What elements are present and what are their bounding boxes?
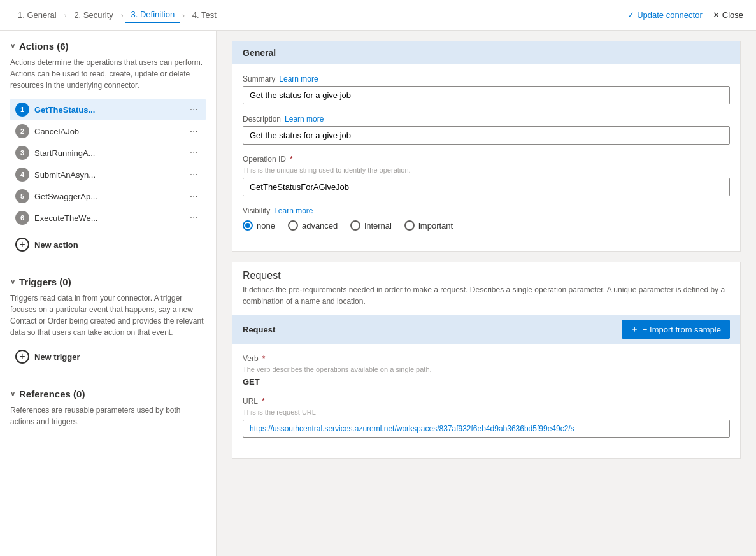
visibility-advanced-label: advanced xyxy=(302,221,338,231)
action-num-2: 2 xyxy=(15,124,29,138)
divider-1 xyxy=(0,271,216,271)
triggers-section-header[interactable]: ∨ Triggers (0) xyxy=(10,276,206,287)
plus-circle-trigger-icon: + xyxy=(15,350,29,364)
radio-none-circle xyxy=(243,220,253,231)
nav-steps: 1. General › 2. Security › 3. Definition… xyxy=(13,7,222,23)
action-name-3: StartRunningA... xyxy=(34,148,95,158)
triggers-section: ∨ Triggers (0) Triggers read data in fro… xyxy=(0,276,216,378)
actions-section: ∨ Actions (6) Actions determine the oper… xyxy=(0,41,216,266)
references-description: References are reusable parameters used … xyxy=(10,404,206,427)
action-num-5: 5 xyxy=(15,189,29,203)
new-trigger-button[interactable]: + New trigger xyxy=(10,346,206,367)
close-icon: ✕ xyxy=(713,10,720,20)
nav-step-general[interactable]: 1. General xyxy=(13,8,62,22)
action-num-1: 1 xyxy=(15,103,29,117)
visibility-field-group: Visibility Learn more none advanced xyxy=(243,206,730,231)
verb-hint: The verb describes the operations availa… xyxy=(243,366,730,373)
general-card-header: General xyxy=(232,41,740,64)
verb-value: GET xyxy=(243,377,730,387)
operation-id-input[interactable] xyxy=(243,178,730,196)
new-action-button[interactable]: + New action xyxy=(10,234,206,255)
plus-icon: ＋ xyxy=(631,324,639,335)
summary-label: Summary Learn more xyxy=(243,75,730,83)
general-card: General Summary Learn more Description L… xyxy=(232,41,741,252)
description-label: Description Learn more xyxy=(243,115,730,124)
nav-actions: ✓ Update connector ✕ Close xyxy=(627,10,743,20)
url-required: * xyxy=(262,397,265,406)
action-more-5[interactable]: ··· xyxy=(187,190,201,202)
request-fields: Verb * The verb describes the operations… xyxy=(232,344,740,458)
chevron-icon-1: › xyxy=(64,11,67,19)
actions-section-header[interactable]: ∨ Actions (6) xyxy=(10,41,206,52)
general-card-body: Summary Learn more Description Learn mor… xyxy=(232,64,740,251)
visibility-advanced-option[interactable]: advanced xyxy=(288,220,338,231)
verb-required: * xyxy=(262,354,266,363)
action-more-4[interactable]: ··· xyxy=(187,169,201,180)
chevron-icon-2: › xyxy=(121,11,124,19)
visibility-learn-more-link[interactable]: Learn more xyxy=(274,206,313,215)
request-table-header: Request ＋ + Import from sample xyxy=(232,315,740,344)
action-name-5: GetSwaggerAp... xyxy=(34,192,97,201)
triggers-description: Triggers read data in from your connecto… xyxy=(10,292,206,338)
action-more-6[interactable]: ··· xyxy=(187,212,201,224)
action-num-3: 3 xyxy=(15,146,29,160)
radio-advanced-circle xyxy=(288,220,298,231)
url-hint: This is the request URL xyxy=(243,408,730,416)
verb-label: Verb * xyxy=(243,354,730,363)
visibility-radio-group: none advanced internal important xyxy=(243,220,730,231)
url-label: URL * xyxy=(243,397,730,406)
divider-2 xyxy=(0,383,216,383)
actions-chevron-icon: ∨ xyxy=(10,42,15,50)
request-table-label: Request xyxy=(243,325,275,334)
summary-learn-more-link[interactable]: Learn more xyxy=(279,75,318,83)
action-name-2: CancelAJob xyxy=(34,127,79,136)
references-section-header[interactable]: ∨ References (0) xyxy=(10,388,206,399)
visibility-internal-label: internal xyxy=(364,221,392,231)
visibility-important-option[interactable]: important xyxy=(404,220,453,231)
action-name-1: GetTheStatus... xyxy=(34,105,95,115)
nav-step-security[interactable]: 2. Security xyxy=(69,8,118,22)
action-item-5[interactable]: 5 GetSwaggerAp... ··· xyxy=(10,185,206,207)
summary-field-group: Summary Learn more xyxy=(243,75,730,104)
visibility-none-label: none xyxy=(257,221,275,231)
references-chevron-icon: ∨ xyxy=(10,390,15,398)
request-description: It defines the pre-requirements needed i… xyxy=(232,284,740,315)
main-layout: ∨ Actions (6) Actions determine the oper… xyxy=(0,31,756,556)
references-section: ∨ References (0) References are reusable… xyxy=(0,388,216,445)
close-button[interactable]: ✕ Close xyxy=(713,10,743,20)
visibility-internal-option[interactable]: internal xyxy=(350,220,392,231)
chevron-icon-3: › xyxy=(182,11,185,19)
update-connector-button[interactable]: ✓ Update connector xyxy=(627,10,703,20)
nav-step-test[interactable]: 4. Test xyxy=(187,8,222,22)
action-item-3[interactable]: 3 StartRunningA... ··· xyxy=(10,142,206,164)
action-name-4: SubmitAnAsyn... xyxy=(34,170,96,180)
action-num-4: 4 xyxy=(15,168,29,182)
action-item-6[interactable]: 6 ExecuteTheWe... ··· xyxy=(10,207,206,229)
actions-description: Actions determine the operations that us… xyxy=(10,57,206,91)
action-name-6: ExecuteTheWe... xyxy=(34,213,97,223)
import-from-sample-button[interactable]: ＋ + Import from sample xyxy=(622,320,730,339)
operation-id-field-group: Operation ID * This is the unique string… xyxy=(243,155,730,196)
import-button-label: + Import from sample xyxy=(643,325,721,334)
visibility-none-option[interactable]: none xyxy=(243,220,275,231)
plus-circle-icon: + xyxy=(15,238,29,252)
action-more-2[interactable]: ··· xyxy=(187,125,201,137)
sidebar: ∨ Actions (6) Actions determine the oper… xyxy=(0,31,217,556)
operation-id-hint: This is the unique string used to identi… xyxy=(243,166,730,174)
action-item-1[interactable]: 1 GetTheStatus... ··· xyxy=(10,99,206,120)
action-item-2[interactable]: 2 CancelAJob ··· xyxy=(10,120,206,142)
action-more-3[interactable]: ··· xyxy=(187,147,201,159)
action-item-4[interactable]: 4 SubmitAnAsyn... ··· xyxy=(10,164,206,185)
description-field-group: Description Learn more xyxy=(243,115,730,145)
description-learn-more-link[interactable]: Learn more xyxy=(285,115,324,124)
action-more-1[interactable]: ··· xyxy=(187,104,201,115)
summary-input[interactable] xyxy=(243,86,730,104)
url-input[interactable] xyxy=(243,420,730,438)
radio-important-circle xyxy=(404,220,415,231)
top-navigation: 1. General › 2. Security › 3. Definition… xyxy=(0,0,756,31)
verb-field-group: Verb * The verb describes the operations… xyxy=(243,354,730,387)
radio-internal-circle xyxy=(350,220,360,231)
nav-step-definition[interactable]: 3. Definition xyxy=(125,7,180,23)
triggers-chevron-icon: ∨ xyxy=(10,278,15,286)
description-input[interactable] xyxy=(243,126,730,145)
